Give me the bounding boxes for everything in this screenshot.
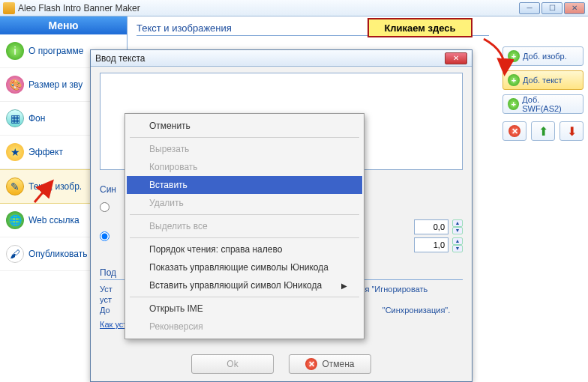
ctx-show-unicode[interactable]: Показать управляющие символы Юникода <box>127 258 362 276</box>
add-swf-button[interactable]: + Доб. SWF(AS2) <box>502 94 584 114</box>
sidebar-item-label: Фон <box>28 113 45 124</box>
button-label: Ok <box>226 359 238 369</box>
ctx-rtl[interactable]: Порядок чтения: справа налево <box>127 240 362 258</box>
button-label: Отмена <box>322 359 354 369</box>
sidebar-item-label: Web ссылка <box>28 215 80 225</box>
palette-icon: 🎨 <box>6 76 24 94</box>
button-label: Доб. изобр. <box>523 52 567 61</box>
num-input-2[interactable] <box>414 237 448 252</box>
ctx-reconvert[interactable]: Реконверсия <box>127 318 362 336</box>
tutorial-arrow-icon <box>476 36 514 79</box>
ctx-copy[interactable]: Копировать <box>127 158 362 176</box>
cancel-button[interactable]: ✕ Отмена <box>289 354 371 374</box>
maximize-button[interactable]: ☐ <box>542 2 562 14</box>
ctx-delete[interactable]: Удалить <box>127 194 362 212</box>
button-label: Доб. текст <box>523 76 562 85</box>
ctx-undo[interactable]: Отменить <box>127 117 362 135</box>
num-input-1[interactable] <box>414 219 448 234</box>
window-title: Aleo Flash Intro Banner Maker <box>18 3 140 13</box>
spin-down[interactable]: ▼ <box>452 245 463 252</box>
app-icon <box>3 2 15 14</box>
context-menu: Отменить Вырезать Копировать Вставить Уд… <box>124 113 364 339</box>
sidebar-item-label: Эффект <box>28 147 63 157</box>
star-icon: ★ <box>6 143 24 161</box>
divider <box>130 214 359 215</box>
close-button[interactable]: ✕ <box>564 2 585 14</box>
dialog-title: Ввод текста <box>95 53 145 64</box>
cancel-icon: ✕ <box>305 358 317 370</box>
ctx-open-ime[interactable]: Открыть IME <box>127 300 362 318</box>
divider <box>130 137 359 138</box>
delete-icon: ✕ <box>508 125 520 137</box>
spin-down[interactable]: ▼ <box>452 227 463 234</box>
move-down-button[interactable]: ⬇ <box>560 121 584 141</box>
add-text-button[interactable]: + Доб. текст <box>502 70 584 90</box>
sidebar-item-label: Размер и зву <box>28 79 82 90</box>
image-icon: ▦ <box>6 109 24 127</box>
sidebar-header: Меню <box>0 16 127 34</box>
ctx-paste[interactable]: Вставить <box>127 176 362 194</box>
dialog-close-button[interactable]: ✕ <box>445 52 467 64</box>
dialog-titlebar: Ввод текста ✕ <box>91 50 472 67</box>
ctx-insert-unicode[interactable]: Вставить управляющий символ Юникода▶ <box>127 276 362 294</box>
sync-radio-1[interactable] <box>100 202 110 212</box>
brush-icon: 🖌 <box>6 245 24 263</box>
arrow-up-icon: ⬆ <box>538 124 548 139</box>
delete-button[interactable]: ✕ <box>502 121 526 141</box>
tutorial-callout: Кликаем здесь <box>368 18 472 37</box>
ctx-cut[interactable]: Вырезать <box>127 140 362 158</box>
window-titlebar: Aleo Flash Intro Banner Maker ─ ☐ ✕ <box>0 0 588 16</box>
move-up-button[interactable]: ⬆ <box>531 121 555 141</box>
spin-up[interactable]: ▲ <box>452 219 463 227</box>
plus-icon: + <box>508 98 519 110</box>
sidebar-item-label: О программе <box>28 46 83 56</box>
chevron-right-icon: ▶ <box>341 282 347 290</box>
pencil-icon: ✎ <box>6 178 24 195</box>
sync-radio-2[interactable] <box>100 231 110 241</box>
sync-label: Син <box>100 184 116 195</box>
add-image-button[interactable]: + Доб. изобр. <box>502 46 584 66</box>
arrow-down-icon: ⬇ <box>567 124 577 139</box>
ok-button[interactable]: Ok <box>191 354 274 374</box>
button-label: Доб. SWF(AS2) <box>522 95 578 113</box>
spin-up[interactable]: ▲ <box>452 237 463 245</box>
sidebar-item-label: Опубликовать <box>28 249 87 259</box>
minimize-button[interactable]: ─ <box>519 2 540 14</box>
globe-icon: 🌐 <box>6 211 24 229</box>
tutorial-arrow-icon <box>32 178 58 205</box>
divider <box>130 297 359 297</box>
divider <box>130 237 359 238</box>
ctx-select-all[interactable]: Выделить все <box>127 217 362 235</box>
info-icon: i <box>6 42 24 60</box>
